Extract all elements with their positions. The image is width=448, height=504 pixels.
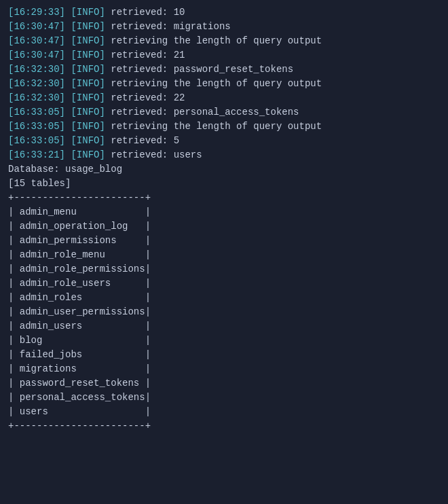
- table-row: | admin_role_menu |: [8, 248, 440, 262]
- log-timestamp: [16:32:30]: [8, 91, 71, 105]
- log-timestamp: [16:32:30]: [8, 77, 71, 91]
- log-level: [INFO]: [71, 34, 105, 48]
- tables-count-line: [15 tables]: [8, 177, 440, 191]
- table-row: | admin_permissions |: [8, 234, 440, 248]
- log-message: retrieved: 10: [105, 5, 185, 20]
- log-line: [16:32:30] [INFO] retrieved: password_re…: [8, 62, 440, 77]
- table-row: | blog |: [8, 334, 440, 348]
- db-name-line: Database: usage_blog: [8, 162, 440, 177]
- log-message: retrieving the length of query output: [105, 120, 322, 134]
- log-message: retrieved: password_reset_tokens: [105, 62, 293, 77]
- log-level: [INFO]: [71, 91, 105, 105]
- table-row: | password_reset_tokens |: [8, 376, 440, 391]
- log-line: [16:29:33] [INFO] retrieved: 10: [8, 5, 440, 20]
- log-line: [16:30:47] [INFO] retrieved: 21: [8, 48, 440, 62]
- log-message: retrieved: 22: [105, 91, 185, 105]
- log-line: [16:33:05] [INFO] retrieving the length …: [8, 120, 440, 134]
- log-level: [INFO]: [71, 148, 105, 162]
- log-level: [INFO]: [71, 5, 105, 20]
- log-message: retrieved: migrations: [105, 20, 231, 34]
- log-message: retrieved: users: [105, 148, 202, 162]
- log-message: retrieving the length of query output: [105, 77, 322, 91]
- log-timestamp: [16:30:47]: [8, 20, 71, 34]
- terminal-window: [16:29:33] [INFO] retrieved: 10[16:30:47…: [0, 0, 448, 504]
- log-line: [16:33:21] [INFO] retrieved: users: [8, 148, 440, 162]
- table-row: | failed_jobs |: [8, 348, 440, 362]
- log-level: [INFO]: [71, 62, 105, 77]
- log-line: [16:32:30] [INFO] retrieved: 22: [8, 91, 440, 105]
- log-timestamp: [16:29:33]: [8, 5, 71, 20]
- table-row: | admin_users |: [8, 319, 440, 334]
- log-level: [INFO]: [71, 120, 105, 134]
- log-timestamp: [16:30:47]: [8, 48, 71, 62]
- log-level: [INFO]: [71, 48, 105, 62]
- table-row: | admin_roles |: [8, 291, 440, 305]
- table-row: | admin_user_permissions|: [8, 305, 440, 319]
- log-timestamp: [16:33:05]: [8, 134, 71, 148]
- log-message: retrieved: personal_access_tokens: [105, 105, 299, 120]
- log-level: [INFO]: [71, 105, 105, 120]
- log-timestamp: [16:32:30]: [8, 62, 71, 77]
- log-line: [16:32:30] [INFO] retrieving the length …: [8, 77, 440, 91]
- table-bottom-border: +-----------------------+: [8, 419, 440, 433]
- log-timestamp: [16:33:05]: [8, 105, 71, 120]
- log-message: retrieved: 5: [105, 134, 179, 148]
- log-timestamp: [16:33:05]: [8, 120, 71, 134]
- log-message: retrieving the length of query output: [105, 34, 322, 48]
- table-row: | admin_role_users |: [8, 276, 440, 291]
- table-row: | migrations |: [8, 362, 440, 376]
- table-row: | admin_operation_log |: [8, 219, 440, 234]
- log-level: [INFO]: [71, 77, 105, 91]
- log-timestamp: [16:30:47]: [8, 34, 71, 48]
- table-row: | users |: [8, 405, 440, 419]
- table-row: | admin_menu |: [8, 205, 440, 219]
- log-line: [16:33:05] [INFO] retrieved: personal_ac…: [8, 105, 440, 120]
- log-level: [INFO]: [71, 20, 105, 34]
- log-message: retrieved: 21: [105, 48, 185, 62]
- log-line: [16:30:47] [INFO] retrieved: migrations: [8, 20, 440, 34]
- log-line: [16:33:05] [INFO] retrieved: 5: [8, 134, 440, 148]
- log-level: [INFO]: [71, 134, 105, 148]
- table-top-border: +-----------------------+: [8, 191, 440, 205]
- log-line: [16:30:47] [INFO] retrieving the length …: [8, 34, 440, 48]
- log-timestamp: [16:33:21]: [8, 148, 71, 162]
- table-row: | admin_role_permissions|: [8, 262, 440, 276]
- table-row: | personal_access_tokens|: [8, 391, 440, 405]
